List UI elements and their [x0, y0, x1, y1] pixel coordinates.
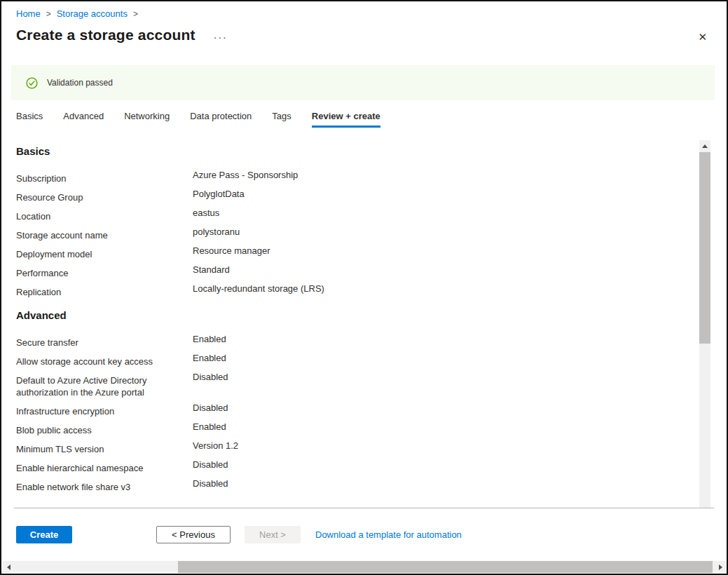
summary-row: Minimum TLS version Version 1.2: [16, 443, 689, 455]
row-value: Enabled: [193, 421, 226, 433]
summary-row: Default to Azure Active Directory author…: [16, 374, 689, 398]
summary-row: Enable network file share v3 Disabled: [16, 481, 689, 493]
tab-basics[interactable]: Basics: [16, 111, 43, 128]
summary-row: Secure transfer Enabled: [16, 337, 689, 349]
breadcrumb-home-link[interactable]: Home: [16, 8, 41, 19]
row-label: Infrastructure encryption: [16, 405, 193, 417]
row-label: Enable hierarchical namespace: [16, 462, 193, 474]
row-value: Standard: [193, 264, 230, 276]
summary-row: Performance Standard: [16, 267, 689, 279]
row-value: Disabled: [193, 371, 228, 395]
row-value: Enabled: [193, 352, 226, 364]
summary-row: Infrastructure encryption Disabled: [16, 405, 689, 417]
tab-networking[interactable]: Networking: [124, 111, 170, 128]
summary-row: Replication Locally-redundant storage (L…: [16, 286, 689, 298]
tab-bar: Basics Advanced Networking Data protecti…: [16, 111, 380, 128]
create-storage-account-panel: Home > Storage accounts > Create a stora…: [0, 0, 728, 575]
create-button[interactable]: Create: [16, 526, 72, 543]
scroll-up-arrow-icon[interactable]: [699, 140, 710, 152]
row-label: Storage account name: [16, 229, 193, 241]
row-value: Enabled: [193, 333, 226, 345]
tab-tags[interactable]: Tags: [272, 111, 291, 128]
summary-row: Storage account name polystoranu: [16, 229, 689, 241]
tab-data-protection[interactable]: Data protection: [190, 111, 252, 128]
row-value: eastus: [193, 207, 219, 219]
tab-review-create[interactable]: Review + create: [312, 111, 380, 128]
row-label: Resource Group: [16, 191, 193, 203]
row-label: Performance: [16, 267, 193, 279]
row-value: PolyglotData: [193, 188, 245, 200]
row-label: Secure transfer: [16, 337, 193, 349]
next-button[interactable]: Next >: [245, 526, 301, 543]
section-title-basics: Basics: [16, 145, 689, 157]
vertical-scrollbar[interactable]: [699, 140, 710, 508]
row-value: Resource manager: [193, 245, 270, 257]
summary-row: Location eastus: [16, 210, 689, 222]
close-icon[interactable]: ✕: [698, 31, 707, 43]
breadcrumb-separator-icon: >: [133, 9, 138, 19]
footer-actions: Create < Previous Next > Download a temp…: [16, 526, 462, 543]
row-label: Blob public access: [16, 424, 193, 436]
horizontal-scrollbar-thumb[interactable]: [178, 561, 713, 573]
scroll-right-arrow-icon[interactable]: [715, 561, 727, 573]
vertical-scrollbar-thumb[interactable]: [699, 152, 710, 344]
row-label: Location: [16, 210, 193, 222]
row-label: Replication: [16, 286, 193, 298]
row-label: Minimum TLS version: [16, 443, 193, 455]
horizontal-scrollbar[interactable]: [3, 561, 727, 573]
row-value: Locally-redundant storage (LRS): [193, 283, 324, 295]
title-row: Create a storage account ···: [16, 27, 228, 43]
section-title-advanced: Advanced: [16, 309, 689, 321]
page-title: Create a storage account: [16, 27, 195, 43]
breadcrumb: Home > Storage accounts >: [16, 8, 138, 19]
summary-row: Blob public access Enabled: [16, 424, 689, 436]
row-label: Enable network file share v3: [16, 481, 193, 493]
row-value: Disabled: [193, 402, 228, 414]
row-value: Disabled: [193, 459, 228, 471]
success-checkmark-icon: [26, 77, 38, 89]
summary-row: Allow storage account key access Enabled: [16, 356, 689, 367]
summary-row: Resource Group PolyglotData: [16, 191, 689, 203]
tab-advanced[interactable]: Advanced: [63, 111, 104, 128]
row-value: Version 1.2: [193, 440, 238, 452]
row-label: Subscription: [16, 172, 193, 184]
previous-button[interactable]: < Previous: [156, 526, 231, 543]
scroll-left-arrow-icon[interactable]: [3, 561, 15, 573]
more-options-icon[interactable]: ···: [214, 28, 228, 42]
download-template-link[interactable]: Download a template for automation: [315, 529, 462, 540]
row-value: Azure Pass - Sponsorship: [193, 169, 298, 181]
breadcrumb-storage-accounts-link[interactable]: Storage accounts: [57, 8, 128, 19]
footer-divider: [14, 508, 714, 508]
summary-row: Subscription Azure Pass - Sponsorship: [16, 172, 689, 184]
validation-banner-text: Validation passed: [47, 78, 113, 88]
row-label: Allow storage account key access: [16, 356, 193, 367]
validation-banner: Validation passed: [11, 65, 715, 100]
section-basics: Basics Subscription Azure Pass - Sponsor…: [16, 145, 689, 298]
review-summary: Basics Subscription Azure Pass - Sponsor…: [16, 145, 689, 500]
summary-row: Enable hierarchical namespace Disabled: [16, 462, 689, 474]
row-value: Disabled: [193, 478, 228, 489]
row-label: Deployment model: [16, 248, 193, 260]
breadcrumb-separator-icon: >: [46, 9, 51, 19]
row-label: Default to Azure Active Directory author…: [16, 374, 193, 398]
row-value: polystoranu: [193, 226, 240, 238]
section-advanced: Advanced Secure transfer Enabled Allow s…: [16, 309, 689, 493]
summary-row: Deployment model Resource manager: [16, 248, 689, 260]
